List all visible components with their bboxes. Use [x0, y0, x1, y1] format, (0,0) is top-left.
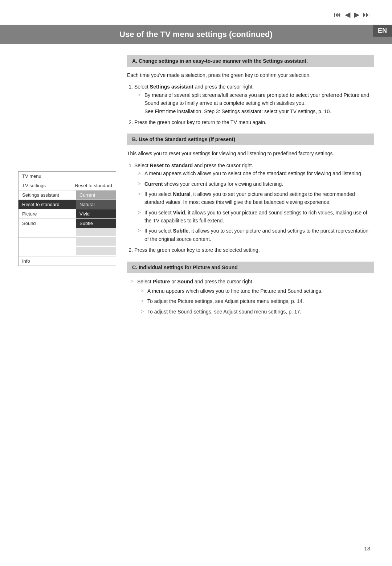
section-b-body: This allows you to reset your settings f… — [127, 149, 374, 254]
main-content: TV menu TV settings Reset to standard Se… — [0, 44, 392, 334]
section-a-step-1: Select Settings assistant and press the … — [134, 83, 374, 115]
section-c-sub-3: To adjust the Sound settings, see Adjust… — [141, 308, 374, 316]
tv-menu-label-tv-settings: TV settings — [19, 181, 71, 190]
tv-menu-row: Sound Subtle — [19, 219, 116, 228]
nav-first-icon[interactable]: ⏮ — [334, 11, 341, 19]
page-title: Use of the TV menu settings (continued) — [0, 25, 392, 44]
section-b-sub-5: If you select Subtle, it allows you to s… — [138, 227, 374, 243]
nav-icons[interactable]: ⏮ ◀ ▶ ⏭ — [334, 10, 370, 19]
tv-menu-value-natural: Natural — [76, 200, 116, 209]
tv-menu-value-current: Current — [76, 190, 116, 200]
tv-menu-empty-label — [19, 228, 76, 237]
section-b-step-1: Select Reset to standard and press the c… — [134, 161, 374, 243]
tv-menu-row-empty — [19, 247, 116, 257]
tv-menu-row: TV settings Reset to standard — [19, 181, 116, 190]
tv-menu-value-subtle: Subtle — [76, 219, 116, 228]
tv-menu-row: Picture Vivid — [19, 209, 116, 219]
section-a-header: A. Change settings in an easy-to-use man… — [127, 55, 374, 67]
tv-menu-label-reset-to-standard: Reset to standard — [19, 200, 76, 209]
right-column: A. Change settings in an easy-to-use man… — [127, 55, 374, 323]
nav-last-icon[interactable]: ⏭ — [363, 11, 370, 19]
tv-menu-row-empty — [19, 228, 116, 238]
tv-menu-row: Reset to standard Natural — [19, 200, 116, 209]
section-c-sublist: A menu appears which allows you to fine … — [141, 287, 374, 316]
section-c-body: Select Picture or Sound and press the cu… — [127, 278, 374, 316]
left-column: TV menu TV settings Reset to standard Se… — [18, 171, 116, 323]
section-b-sub-3: If you select Natural, it allows you to … — [138, 190, 374, 206]
lang-badge: EN — [373, 25, 392, 37]
tv-menu-title: TV menu — [19, 172, 116, 181]
section-c-item-1: Select Picture or Sound and press the cu… — [131, 278, 374, 316]
section-c-sub-2: To adjust the Picture settings, see Adju… — [141, 297, 374, 305]
tv-menu-row-empty — [19, 238, 116, 247]
section-c-sub-1: A menu appears which allows you to fine … — [141, 287, 374, 295]
section-a-sub-1: By means of several split screens/full s… — [138, 91, 374, 115]
section-c-list: Select Picture or Sound and press the cu… — [131, 278, 374, 316]
section-a-step-1-subs: By means of several split screens/full s… — [138, 91, 374, 115]
tv-menu-row: Settings assistant Current — [19, 190, 116, 200]
section-b-header: B. Use of the Standard settings (if pres… — [127, 134, 374, 145]
section-a-intro: Each time you've made a selection, press… — [127, 71, 374, 79]
tv-menu-label-sound: Sound — [19, 219, 76, 228]
section-c: C. Individual settings for Picture and S… — [127, 262, 374, 316]
tv-menu-value-reset: Reset to standard — [71, 181, 116, 190]
tv-menu-empty-value — [76, 238, 116, 246]
tv-menu-empty-label — [19, 238, 76, 247]
section-b-sub-2: Current shows your current settings for … — [138, 180, 374, 188]
nav-prev-icon[interactable]: ◀ — [345, 10, 350, 19]
section-b: B. Use of the Standard settings (if pres… — [127, 134, 374, 254]
section-a-body: Each time you've made a selection, press… — [127, 71, 374, 126]
tv-menu-info: Info — [19, 257, 116, 266]
tv-menu-box: TV menu TV settings Reset to standard Se… — [18, 171, 116, 266]
tv-menu-value-vivid: Vivid — [76, 209, 116, 218]
section-b-subs: A menu appears which allows you to selec… — [138, 169, 374, 243]
section-b-step-2: Press the green colour key to store the … — [134, 246, 374, 254]
tv-menu-empty-value — [76, 247, 116, 255]
tv-menu-empty-value — [76, 228, 116, 236]
section-a-steps: Select Settings assistant and press the … — [134, 83, 374, 126]
tv-menu-label-picture: Picture — [19, 209, 76, 218]
section-b-sub-1: A menu appears which allows you to selec… — [138, 169, 374, 177]
page-number: 13 — [364, 545, 370, 551]
tv-menu-label-settings-assistant: Settings assistant — [19, 190, 76, 200]
nav-next-icon[interactable]: ▶ — [354, 10, 359, 19]
section-c-header: C. Individual settings for Picture and S… — [127, 262, 374, 273]
section-a-step-2: Press the green colour key to return to … — [134, 118, 374, 126]
section-b-sub-4: If you select Vivid, it allows you to se… — [138, 209, 374, 225]
section-b-steps: Select Reset to standard and press the c… — [134, 161, 374, 254]
tv-menu-empty-label — [19, 247, 76, 256]
section-b-intro: This allows you to reset your settings f… — [127, 149, 374, 157]
